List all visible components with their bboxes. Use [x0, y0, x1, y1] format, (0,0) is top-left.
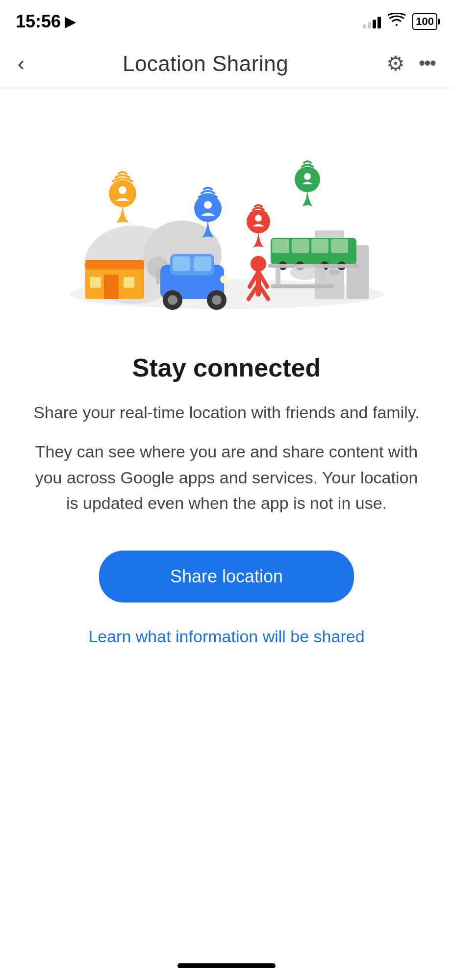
svg-rect-36	[311, 239, 328, 253]
back-button[interactable]: ‹	[18, 53, 25, 74]
wifi-icon	[388, 13, 405, 30]
home-indicator	[177, 963, 276, 968]
battery-level: 100	[416, 15, 434, 28]
svg-rect-16	[90, 277, 101, 288]
svg-rect-11	[156, 270, 159, 284]
svg-rect-15	[124, 277, 134, 288]
app-bar: ‹ Location Sharing ⚙ •••	[0, 39, 453, 88]
svg-rect-22	[194, 256, 211, 271]
svg-rect-45	[271, 284, 334, 288]
svg-point-18	[119, 186, 126, 194]
svg-point-48	[290, 264, 320, 280]
svg-rect-14	[104, 275, 119, 299]
more-options-icon[interactable]: •••	[419, 53, 435, 74]
svg-point-31	[255, 215, 262, 222]
svg-point-27	[220, 276, 228, 283]
paragraph-2: They can see where you are and share con…	[29, 439, 424, 516]
share-location-button[interactable]: Share location	[99, 551, 354, 603]
status-bar: 15:56 ▶ 100	[0, 0, 453, 39]
status-time: 15:56 ▶	[16, 11, 76, 32]
location-arrow-icon: ▶	[65, 14, 76, 30]
status-icons: 100	[363, 13, 437, 30]
content-area: Stay connected Share your real-time loca…	[0, 343, 453, 666]
page-title: Location Sharing	[123, 51, 288, 76]
learn-more-link[interactable]: Learn what information will be shared	[29, 627, 424, 646]
main-heading: Stay connected	[29, 353, 424, 382]
location-sharing-illustration	[55, 118, 398, 324]
time-text: 15:56	[16, 11, 61, 32]
svg-point-24	[168, 295, 177, 305]
svg-rect-34	[272, 239, 289, 253]
svg-point-47	[304, 173, 311, 180]
svg-point-26	[212, 295, 222, 305]
battery-icon: 100	[412, 13, 437, 30]
svg-rect-9	[329, 270, 339, 275]
app-bar-actions: ⚙ •••	[386, 51, 435, 75]
svg-rect-21	[173, 256, 190, 271]
svg-rect-37	[331, 239, 348, 253]
illustration-area	[0, 88, 453, 343]
svg-rect-35	[292, 239, 309, 253]
svg-point-29	[204, 201, 212, 209]
paragraph-1: Share your real-time location with frien…	[29, 400, 424, 425]
signal-icon	[363, 15, 381, 28]
svg-rect-13	[85, 260, 144, 270]
settings-icon[interactable]: ⚙	[386, 51, 405, 75]
